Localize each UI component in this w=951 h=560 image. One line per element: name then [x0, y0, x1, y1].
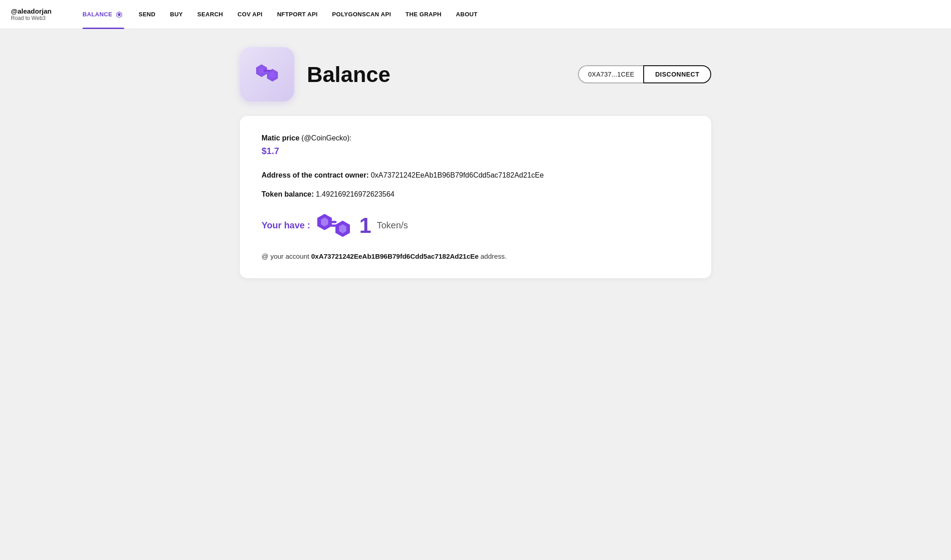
disconnect-button[interactable]: DISCONNECT: [643, 65, 711, 83]
nav-link-search[interactable]: SEARCH: [190, 0, 230, 29]
nav-link-about[interactable]: ABOUT: [449, 0, 485, 29]
page-wrapper: Balance 0XA737...1CEE DISCONNECT Matic p…: [204, 29, 747, 296]
header-actions: 0XA737...1CEE DISCONNECT: [578, 65, 711, 83]
wallet-address-badge: 0XA737...1CEE: [578, 65, 643, 83]
token-balance-row: Token balance: 1.492169216972623564: [262, 190, 689, 198]
your-have-row: Your have : 1 Token/s: [262, 213, 689, 238]
page-title: Balance: [307, 62, 578, 87]
nav-link-send[interactable]: SEND: [131, 0, 163, 29]
account-suffix: address.: [480, 252, 507, 260]
nav-link-nftport-api[interactable]: NFTPORT API: [270, 0, 325, 29]
account-prefix: @ your account: [262, 252, 309, 260]
token-count: 1: [359, 213, 371, 238]
nav-link-the-graph[interactable]: THE GRAPH: [398, 0, 449, 29]
polygon-nav-icon: [114, 11, 124, 18]
polygon-token-icon: [315, 213, 352, 238]
nav-link-cov-api[interactable]: COV API: [230, 0, 270, 29]
nav-link-polygonscan-api[interactable]: POLYGONSCAN API: [325, 0, 398, 29]
your-have-label: Your have :: [262, 220, 310, 231]
contract-owner-address: 0xA73721242EeAb1B96B79fd6Cdd5ac7182Ad21c…: [371, 171, 544, 179]
navigation: @aleadorjan Road to Web3 BALANCE SEND BU…: [0, 0, 951, 29]
account-address: 0xA73721242EeAb1B96B79fd6Cdd5ac7182Ad21c…: [311, 252, 478, 260]
token-unit: Token/s: [377, 220, 408, 231]
contract-owner-row: Address of the contract owner: 0xA737212…: [262, 171, 689, 179]
nav-link-buy[interactable]: BUY: [163, 0, 190, 29]
nav-username: @aleadorjan: [11, 7, 61, 15]
matic-price-label: Matic price: [262, 134, 300, 142]
brand: @aleadorjan Road to Web3: [11, 7, 61, 21]
account-address-row: @ your account 0xA73721242EeAb1B96B79fd6…: [262, 252, 689, 260]
matic-price-value: $1.7: [262, 146, 689, 156]
nav-link-balance[interactable]: BALANCE: [75, 0, 131, 29]
contract-owner-label: Address of the contract owner:: [262, 171, 369, 179]
nav-links: BALANCE SEND BUY SEARCH COV API NFTPORT …: [75, 0, 940, 29]
balance-card: Matic price (@CoinGecko): $1.7 Address o…: [240, 116, 711, 278]
divider-1: [262, 167, 689, 168]
polygon-logo-large: [251, 58, 283, 91]
token-balance-label: Token balance:: [262, 190, 314, 198]
token-balance-value: 1.492169216972623564: [316, 190, 395, 198]
matic-price-row: Matic price (@CoinGecko): $1.7: [262, 134, 689, 156]
logo-box: [240, 47, 294, 101]
nav-subtitle: Road to Web3: [11, 15, 61, 21]
matic-price-source: (@CoinGecko):: [301, 134, 352, 142]
header-row: Balance 0XA737...1CEE DISCONNECT: [240, 47, 711, 101]
